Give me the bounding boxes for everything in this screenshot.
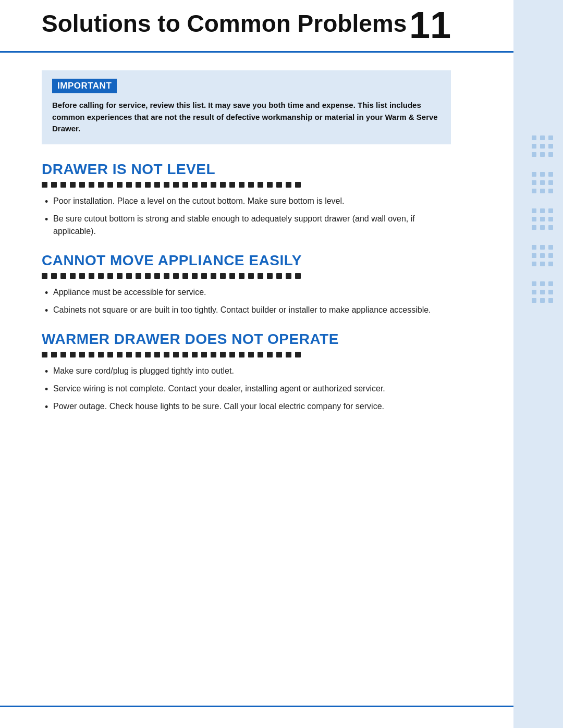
decorative-dots — [532, 135, 554, 303]
section-heading-warmer-drawer: WARMER DRAWER DOES NOT OPERATE — [42, 331, 451, 348]
page-container: Solutions to Common Problems 11 IMPORTAN… — [0, 0, 563, 728]
divider-dots-2 — [42, 273, 451, 279]
page-header: Solutions to Common Problems 11 — [42, 0, 451, 52]
bullet-list-drawer-not-level: Poor installation. Place a level on the … — [42, 195, 451, 238]
bottom-border-line — [0, 706, 513, 707]
section-heading-drawer-not-level: DRAWER IS NOT LEVEL — [42, 161, 451, 178]
important-box: IMPORTANT Before calling for service, re… — [42, 70, 451, 144]
list-item: Make sure cord/plug is plugged tightly i… — [42, 365, 451, 377]
main-content: Solutions to Common Problems 11 IMPORTAN… — [0, 0, 513, 453]
list-item: Poor installation. Place a level on the … — [42, 195, 451, 207]
list-item: Cabinets not square or are built in too … — [42, 304, 451, 316]
page-number: 11 — [409, 6, 451, 44]
important-label: IMPORTANT — [52, 79, 117, 93]
list-item: Appliance must be accessible for service… — [42, 286, 451, 299]
section-drawer-not-level: DRAWER IS NOT LEVEL — [42, 161, 451, 238]
page-title: Solutions to Common Problems — [42, 10, 409, 37]
list-item: Be sure cutout bottom is strong and stab… — [42, 213, 451, 238]
section-heading-cannot-move-appliance: CANNOT MOVE APPLIANCE EASILY — [42, 252, 451, 269]
divider-dots-1 — [42, 182, 451, 188]
divider-dots-3 — [42, 352, 451, 357]
bullet-list-warmer-drawer: Make sure cord/plug is plugged tightly i… — [42, 365, 451, 413]
list-item: Power outage. Check house lights to be s… — [42, 400, 451, 413]
important-text: Before calling for service, review this … — [52, 100, 440, 135]
list-item: Service wiring is not complete. Contact … — [42, 382, 451, 395]
section-warmer-drawer-not-operate: WARMER DRAWER DOES NOT OPERATE — [42, 331, 451, 413]
section-cannot-move-appliance: CANNOT MOVE APPLIANCE EASILY — [42, 252, 451, 316]
right-panel — [513, 0, 563, 728]
bullet-list-cannot-move: Appliance must be accessible for service… — [42, 286, 451, 316]
